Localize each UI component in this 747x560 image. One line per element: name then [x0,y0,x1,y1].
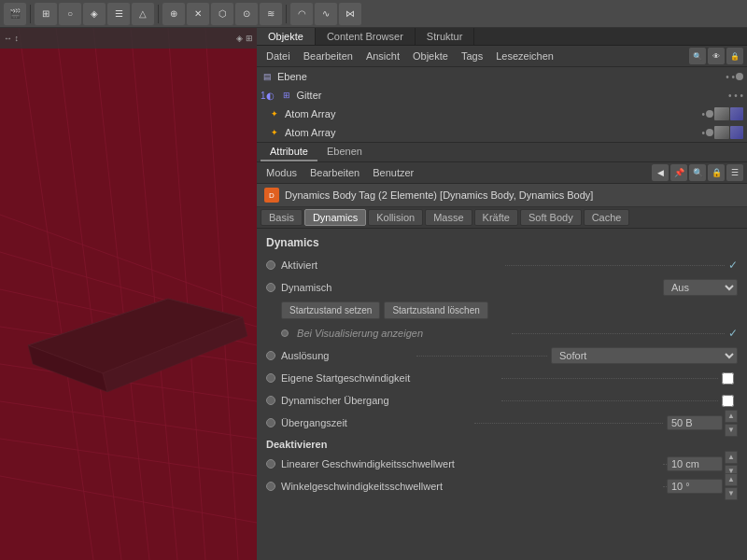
menu-bearbeiten[interactable]: Bearbeiten [298,49,359,63]
menu-lesezeichen[interactable]: Lesezeichen [490,49,559,63]
tab-objekte[interactable]: Objekte [257,28,316,45]
prop-row-ausloesung: Auslösung Sofort Bei Kollision Manuell [266,345,738,366]
winkel-spinner-down[interactable]: ▼ [725,487,738,500]
attr-modus[interactable]: Modus [261,165,303,180]
obj-thumb2-atom2 [730,126,743,139]
toolbar-icon-curve[interactable]: ◠ [290,3,313,25]
menu-ansicht[interactable]: Ansicht [360,49,405,63]
toolbar-icon-add[interactable]: ⊕ [162,3,185,25]
attr-icon-lock[interactable]: 🔒 [708,164,725,181]
ausloesung-select[interactable]: Sofort Bei Kollision Manuell [551,347,738,364]
obj-thumb-atom1 [714,107,729,120]
dyn-tab-cache[interactable]: Cache [584,209,630,226]
dyn-tab-basis[interactable]: Basis [261,209,303,226]
startgeschw-checkbox[interactable] [722,372,734,385]
menu-icon-lock[interactable]: 🔒 [726,48,743,64]
svg-line-13 [205,28,238,560]
linear-spinner-up[interactable]: ▲ [725,451,738,464]
dotted-line-uebergang [501,400,718,401]
prop-dot-uebergangszeit[interactable] [266,418,275,427]
toolbar-icon-cross[interactable]: ✕ [187,3,209,25]
prop-row-linear: Linearer Geschwindigkeitsschwellwert ▲ ▼ [266,454,738,474]
grid-icon: ⊞ [280,89,293,102]
toolbar-icon-circle[interactable]: ○ [59,3,81,25]
attr-tab-attribute[interactable]: Attribute [261,143,317,161]
menu-tags[interactable]: Tags [456,49,488,63]
winkel-input[interactable] [667,479,723,494]
svg-line-8 [19,28,93,560]
atom-icon-2: ✦ [268,126,281,139]
prop-label-dynamisch: Dynamisch [281,282,663,293]
menu-icon-eye[interactable]: 👁 [708,48,725,64]
dyn-tab-dynamics[interactable]: Dynamics [304,209,366,226]
dotted-line-viz [512,333,726,334]
tab-struktur[interactable]: Struktur [416,28,475,45]
dyn-tab-softbody[interactable]: Soft Body [520,209,582,226]
dyn-tab-masse[interactable]: Masse [425,209,472,226]
prop-dot-linear[interactable] [266,459,275,469]
list-item-gitter[interactable]: 1◐ ⊞ Gitter • • • [257,86,747,105]
prop-dot-ausloesung[interactable] [266,351,275,360]
spinner-up[interactable]: ▲ [725,410,738,423]
toolbar-icon-deform[interactable]: ⋈ [339,3,361,25]
toolbar-icon-shape[interactable]: ◈ [83,3,106,25]
obj-vis-ebene: • • [726,72,743,82]
attr-icon-back[interactable]: ◀ [652,164,669,181]
list-item-ebene[interactable]: ▤ Ebene • • [257,67,747,86]
menu-icons: 🔍 👁 🔒 [689,48,743,64]
dyn-tab-kraefte[interactable]: Kräfte [474,209,518,226]
dyn-tab-kollision[interactable]: Kollision [368,209,423,226]
svg-line-0 [0,215,257,308]
toolbar-icon-tri[interactable]: △ [132,3,154,25]
viewport-3d[interactable]: ↔ ↕ ◈ ⊞ [0,28,257,560]
winkel-spinner-up[interactable]: ▲ [725,473,738,486]
prop-label-aktiviert: Aktiviert [281,259,501,271]
list-item-atom1[interactable]: ✦ Atom Array • [264,105,747,123]
attr-icon-search[interactable]: 🔍 [689,164,706,181]
toolbar-icon-cube[interactable]: ⊞ [35,3,57,25]
prop-dot-aktiviert[interactable] [266,260,275,270]
startzustand-loeschen-button[interactable]: Startzustand löschen [384,301,487,319]
toolbar-sep-3 [286,5,287,23]
dynamics-tabs: Basis Dynamics Kollision Masse Kräfte So… [257,207,747,229]
uebergang-checkbox[interactable] [722,395,734,407]
obj-name-atom1: Atom Array [285,108,698,119]
prop-row-uebergangszeit: Übergangszeit ▲ ▼ [266,413,738,433]
prop-dot-viz[interactable] [281,329,289,337]
list-item-atom2[interactable]: ✦ Atom Array • [264,123,747,142]
btn-pair-zustand: Startzustand setzen Startzustand löschen [281,301,738,319]
toolbar-icon-film[interactable]: 🎬 [4,3,26,25]
toolbar-icon-hex[interactable]: ⬡ [211,3,233,25]
dynamisch-select[interactable]: Aus Ein [663,279,738,296]
tab-content-browser[interactable]: Content Browser [316,28,416,45]
attr-bearbeiten[interactable]: Bearbeiten [304,165,365,180]
prop-dot-uebergang[interactable] [266,396,275,405]
menu-datei[interactable]: Datei [261,49,296,63]
toolbar-icon-grid[interactable]: ☰ [107,3,130,25]
prop-row-startgeschw: Eigene Startgeschwindigkeit [266,368,738,388]
attr-benutzer[interactable]: Benutzer [367,165,419,180]
attr-tabs: Attribute Ebenen [257,143,747,162]
prop-dot-winkel[interactable] [266,482,275,491]
prop-row-uebergang: Dynamischer Übergang [266,390,738,411]
startzustand-setzen-button[interactable]: Startzustand setzen [281,301,380,319]
menu-icon-search[interactable]: 🔍 [689,48,706,64]
toolbar-icon-dot[interactable]: ⊙ [235,3,258,25]
svg-line-12 [168,28,205,560]
attr-toolbar: Modus Bearbeiten Benutzer ◀ 📌 🔍 🔒 ☰ [257,162,747,184]
prop-dot-dynamisch[interactable] [266,283,275,292]
uebergangszeit-input[interactable] [667,415,723,430]
menu-objekte[interactable]: Objekte [407,49,454,63]
obj-vis-atom2: • [701,126,743,139]
app-container: 🎬 ⊞ ○ ◈ ☰ △ ⊕ ✕ ⬡ ⊙ ≋ ◠ ∿ ⋈ [0,0,747,560]
attr-icon-menu[interactable]: ☰ [726,164,743,181]
svg-line-7 [0,476,257,523]
toolbar-icon-wave[interactable]: ≋ [260,3,282,25]
svg-line-6 [0,439,257,476]
toolbar-icon-spline[interactable]: ∿ [315,3,337,25]
spinner-down[interactable]: ▼ [725,424,738,437]
attr-icon-pin[interactable]: 📌 [670,164,687,181]
linear-input[interactable] [667,456,723,471]
prop-dot-startgeschw[interactable] [266,373,275,383]
attr-tab-ebenen[interactable]: Ebenen [317,143,372,161]
